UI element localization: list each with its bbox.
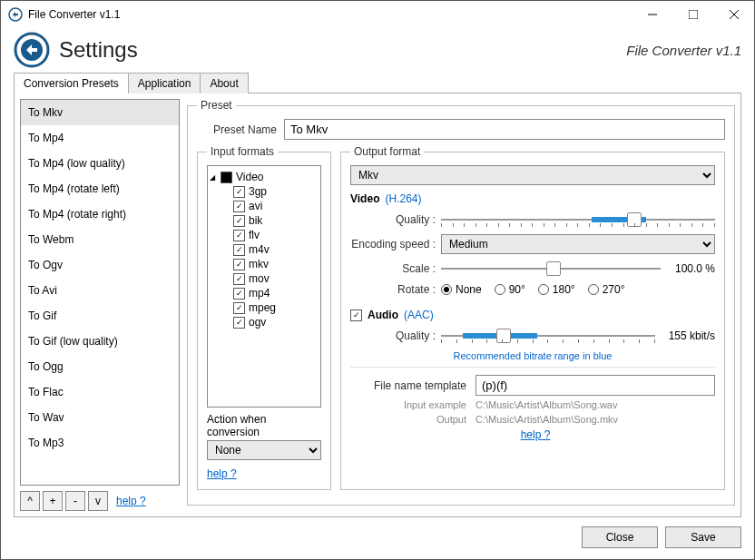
window-titlebar: File Converter v1.1 (1, 1, 754, 28)
preset-item[interactable]: To Mp4 (rotate left) (21, 176, 179, 201)
preset-item[interactable]: To Ogg (21, 354, 179, 379)
fnt-output-label: Output (350, 414, 466, 425)
action-select[interactable]: None (207, 440, 321, 460)
preset-name-input[interactable] (284, 119, 725, 140)
audio-enable-checkbox[interactable] (350, 309, 362, 321)
checkbox-video-group[interactable] (221, 172, 232, 183)
tree-item[interactable]: mpeg (210, 300, 319, 315)
rotate-radio-270[interactable] (588, 284, 599, 295)
preset-help-link[interactable]: help ? (116, 495, 146, 507)
preset-list[interactable]: To Mkv To Mp4 To Mp4 (low quality) To Mp… (20, 99, 180, 486)
encoding-speed-label: Encoding speed : (350, 238, 436, 251)
checkbox[interactable] (233, 186, 245, 198)
preset-item[interactable]: To Flac (21, 379, 179, 405)
tree-item[interactable]: flv (210, 228, 319, 242)
app-icon (8, 7, 23, 22)
video-quality-label: Quality : (350, 213, 436, 226)
encoding-speed-select[interactable]: Medium (441, 234, 715, 254)
preset-item[interactable]: To Gif (21, 303, 179, 329)
tree-item[interactable]: m4v (210, 242, 319, 257)
fnt-input-example-label: Input example (350, 399, 466, 410)
dialog-footer: Close Save (1, 526, 754, 557)
tab-about[interactable]: About (200, 73, 248, 93)
checkbox[interactable] (233, 273, 245, 285)
checkbox[interactable] (233, 244, 245, 256)
rotate-label: Rotate : (350, 283, 436, 296)
window-title: File Converter v1.1 (28, 8, 632, 21)
page-subtitle: File Converter v1.1 (626, 43, 741, 58)
checkbox[interactable] (233, 302, 245, 314)
audio-quality-value: 155 kbit/s (661, 329, 715, 342)
maximize-button[interactable] (672, 1, 713, 28)
preset-item[interactable]: To Ogv (21, 252, 179, 278)
tree-item[interactable]: mp4 (210, 286, 319, 300)
tab-application[interactable]: Application (128, 73, 201, 93)
inputs-help-link[interactable]: help ? (207, 467, 237, 480)
output-legend: Output format (350, 145, 424, 158)
tree-group-video[interactable]: ◢ Video (210, 170, 319, 184)
minimize-button[interactable] (632, 1, 672, 28)
tree-item[interactable]: mkv (210, 257, 319, 271)
move-up-button[interactable]: ^ (20, 491, 40, 511)
page-title: Settings (59, 37, 626, 63)
close-dialog-button[interactable]: Close (582, 526, 658, 548)
remove-preset-button[interactable]: - (65, 491, 85, 511)
add-preset-button[interactable]: + (43, 491, 63, 511)
preset-item[interactable]: To Mp4 (21, 125, 179, 151)
scale-label: Scale : (350, 262, 436, 275)
logo-icon (14, 32, 50, 68)
video-codec: (H.264) (385, 192, 421, 205)
move-down-button[interactable]: v (88, 491, 108, 511)
checkbox[interactable] (233, 317, 245, 329)
fnt-label: File name template (350, 379, 466, 392)
preset-item[interactable]: To Mp4 (rotate right) (21, 201, 179, 227)
output-help-link[interactable]: help ? (521, 428, 551, 441)
video-section-title: Video (350, 192, 379, 205)
save-button[interactable]: Save (665, 526, 741, 548)
checkbox[interactable] (233, 201, 245, 212)
preset-item[interactable]: To Mp3 (21, 430, 179, 456)
close-button[interactable] (713, 1, 754, 28)
rotate-radio-90[interactable] (495, 284, 505, 295)
preset-item[interactable]: To Webm (21, 227, 179, 252)
fnt-output-value: C:\Music\Artist\Album\Song.mkv (476, 414, 618, 425)
tree-item[interactable]: bik (210, 213, 319, 228)
fnt-input[interactable] (476, 375, 715, 396)
chevron-down-icon[interactable]: ◢ (210, 173, 217, 182)
page-header: Settings File Converter v1.1 (1, 28, 754, 72)
audio-quality-slider[interactable] (441, 327, 655, 345)
preset-item[interactable]: To Wav (21, 405, 179, 430)
audio-quality-label: Quality : (350, 329, 436, 342)
preset-sidebar: To Mkv To Mp4 To Mp4 (low quality) To Mp… (20, 99, 180, 511)
scale-value: 100.0 % (666, 262, 715, 275)
checkbox[interactable] (233, 288, 245, 300)
tab-content: To Mkv To Mp4 To Mp4 (low quality) To Mp… (14, 93, 741, 517)
audio-recommendation: Recommended bitrate range in blue (350, 350, 715, 361)
rotate-radio-none[interactable] (441, 284, 452, 295)
rotate-radio-180[interactable] (538, 284, 549, 295)
preset-fieldset: Preset Preset Name Input formats ◢ Video (187, 99, 735, 506)
tree-item[interactable]: ogv (210, 315, 319, 329)
input-formats-tree[interactable]: ◢ Video 3gp avi bik flv m4v mkv mov mp4 … (207, 165, 321, 408)
fnt-input-example-value: C:\Music\Artist\Album\Song.wav (476, 399, 618, 410)
scale-slider[interactable] (441, 260, 661, 278)
preset-item[interactable]: To Mkv (21, 100, 179, 125)
checkbox[interactable] (233, 215, 245, 227)
tree-item[interactable]: 3gp (210, 184, 319, 199)
tree-item[interactable]: avi (210, 199, 319, 213)
tree-item[interactable]: mov (210, 271, 319, 286)
preset-item[interactable]: To Mp4 (low quality) (21, 151, 179, 176)
svg-rect-2 (689, 10, 698, 19)
preset-legend: Preset (197, 99, 236, 112)
audio-section-title: Audio (368, 309, 398, 321)
preset-item[interactable]: To Gif (low quality) (21, 329, 179, 354)
audio-codec: (AAC) (404, 309, 434, 321)
input-formats-legend: Input formats (207, 145, 278, 158)
checkbox[interactable] (233, 230, 245, 241)
checkbox[interactable] (233, 259, 245, 270)
preset-item[interactable]: To Avi (21, 278, 179, 303)
tab-conversion-presets[interactable]: Conversion Presets (14, 73, 129, 93)
video-quality-slider[interactable] (441, 211, 715, 229)
output-format-select[interactable]: Mkv (350, 165, 715, 185)
preset-list-controls: ^ + - v help ? (20, 491, 180, 511)
